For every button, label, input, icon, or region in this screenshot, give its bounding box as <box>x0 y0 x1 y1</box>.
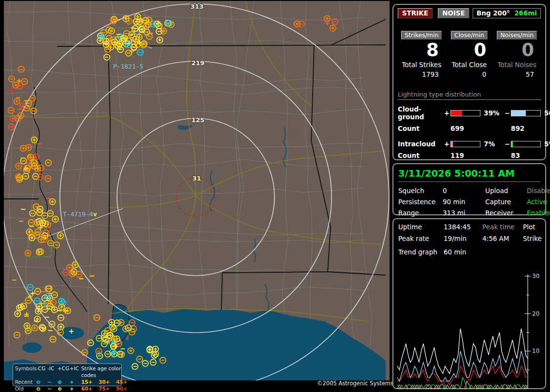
svg-text:31: 31 <box>192 175 201 182</box>
noise-indicator-button[interactable]: NOISE <box>438 8 469 18</box>
cell-direction-marker: v <box>93 210 97 218</box>
svg-text:20: 20 <box>532 310 539 317</box>
counters-panel: STRIKE NOISE Bng 200°266mi Strikes/min 8… <box>392 4 546 160</box>
trend-graph-value: 60 min <box>444 248 482 256</box>
noises-per-min-button[interactable]: Noises/min <box>497 31 537 40</box>
strikes-rate-value: 8 <box>398 41 446 60</box>
upload-status: Disabled <box>527 187 550 195</box>
lightning-map[interactable]: 313 219 125 31 P-1821-5 T-4719-4v <box>4 1 390 380</box>
total-close-label: Total Close <box>446 61 493 69</box>
stats-panel: Uptime 1384:45 Peak time Plot Peak rate … <box>392 218 546 389</box>
noises-rate-value: 0 <box>493 41 541 60</box>
cg-negative-count: 892 <box>511 125 542 132</box>
close-rate-value: 0 <box>446 41 493 60</box>
cg-positive-count: 699 <box>450 125 481 132</box>
cell-label-t4719: T-4719-4v <box>63 210 97 218</box>
ic-positive-count: 119 <box>450 152 481 159</box>
trend-graph-chart: 1020306050403020100min <box>394 271 545 392</box>
copyright-text: ©2005 Astrogenic Systems <box>317 380 393 387</box>
peaktime-label: Peak time <box>482 223 523 231</box>
cg-pos-recent-icon: ⊕ <box>58 378 70 385</box>
strikes-per-min-button[interactable]: Strikes/min <box>401 31 442 40</box>
cloud-ground-label: Cloud-ground <box>398 105 443 121</box>
bearing-display: Bng 200°266mi <box>473 8 541 18</box>
cloud-ground-row: Cloud-ground + 39% − 50% <box>398 105 541 121</box>
age-codes-title: Strike age color codes <box>81 365 132 378</box>
cg-positive-percent: 39% <box>481 109 504 117</box>
cg-pos-old-icon: ⊕ <box>58 385 70 392</box>
intracloud-row: Intracloud + 7% − 5% <box>398 140 541 148</box>
total-noises-value: 57 <box>493 70 541 78</box>
datetime-display: 3/11/2026 5:00:11 AM <box>398 167 540 182</box>
svg-text:219: 219 <box>191 59 204 67</box>
peakrate-value: 19/min <box>444 235 482 242</box>
svg-text:313: 313 <box>190 3 203 10</box>
capture-label: Capture <box>485 198 527 206</box>
rate-columns: Strikes/min 8 Total Strikes 1793 Close/m… <box>398 30 541 78</box>
total-close-value: 0 <box>446 70 493 78</box>
cloud-ground-counts: Count 699 892 <box>398 125 541 132</box>
cg-positive-bar <box>450 110 480 116</box>
svg-text:30: 30 <box>532 273 539 280</box>
cg-neg-recent-icon: ⊖ <box>36 378 47 385</box>
receiver-label: Receiver <box>485 209 527 217</box>
uptime-value: 1384:45 <box>444 223 482 231</box>
ic-positive-percent: 7% <box>481 140 504 148</box>
plot-value: Strike <box>523 235 542 242</box>
upload-label: Upload <box>485 187 527 195</box>
peakrate-label: Peak rate <box>398 235 444 242</box>
ic-pos-recent-icon: + <box>70 378 81 385</box>
ic-pos-old-icon: + <box>70 385 81 392</box>
intracloud-label: Intracloud <box>398 140 443 148</box>
distribution-title: Lightning type distribution <box>398 91 541 100</box>
total-noises-label: Total Noises <box>493 61 541 69</box>
svg-text:10: 10 <box>532 348 539 354</box>
map-legend: Symbols -CG -IC +CG +IC Strike age color… <box>13 364 122 386</box>
ic-neg-old-icon: − <box>47 385 58 392</box>
svg-text:125: 125 <box>191 116 204 124</box>
ic-negative-count: 83 <box>511 152 542 159</box>
range-label: Range <box>398 209 443 217</box>
plot-label: Plot <box>523 223 542 231</box>
map-canvas: 313 219 125 31 P-1821-5 T-4719-4v <box>4 1 390 380</box>
peaktime-value: 4:56 AM <box>482 235 523 242</box>
ic-negative-percent: 5% <box>542 140 550 148</box>
ic-negative-bar <box>511 141 541 147</box>
bearing-distance: 266mi <box>514 9 537 17</box>
strike-indicator-button[interactable]: STRIKE <box>398 8 433 18</box>
uptime-label: Uptime <box>398 223 444 231</box>
range-value: 313 mi <box>443 209 485 217</box>
close-per-min-button[interactable]: Close/min <box>451 31 488 40</box>
cg-neg-old-icon: ⊖ <box>36 385 47 392</box>
ic-positive-bar <box>450 141 480 147</box>
intracloud-counts: Count 119 83 <box>398 152 541 159</box>
trend-graph-label: Trend graph <box>398 248 444 256</box>
receiver-status: Enabled <box>527 209 550 217</box>
capture-status: Active <box>527 198 550 206</box>
persistence-label: Persistence <box>398 198 443 206</box>
cg-negative-percent: 50% <box>542 109 550 117</box>
total-strikes-value: 1793 <box>398 70 446 78</box>
squelch-label: Squelch <box>398 187 443 195</box>
total-strikes-label: Total Strikes <box>398 61 446 69</box>
legend-symbols-label: Symbols <box>15 365 36 378</box>
persistence-value: 90 min <box>443 198 485 206</box>
cell-label-p1821: P-1821-5 <box>113 63 144 70</box>
cg-negative-bar <box>511 110 541 116</box>
status-panel: 3/11/2026 5:00:11 AM Squelch 0 Upload Di… <box>392 163 546 215</box>
ic-neg-recent-icon: − <box>47 378 58 385</box>
squelch-value: 0 <box>443 187 485 195</box>
